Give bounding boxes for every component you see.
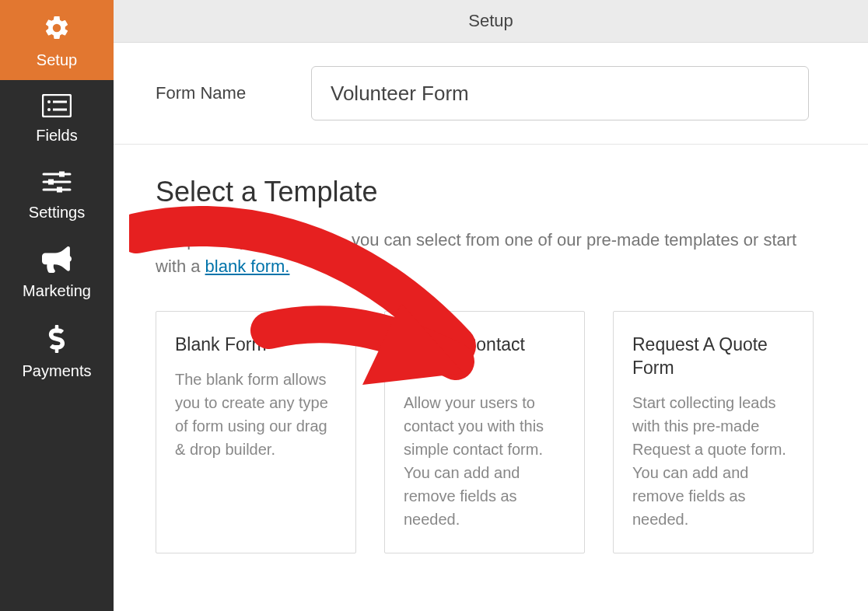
content-area: Select a Template To speed up the proces… — [114, 145, 868, 553]
section-title: Select a Template — [156, 176, 826, 208]
template-title: Request A Quote Form — [632, 333, 794, 380]
main-panel: Setup Form Name Select a Template To spe… — [114, 0, 868, 611]
template-desc: Allow your users to contact you with thi… — [404, 391, 565, 531]
sidebar-item-payments[interactable]: Payments — [0, 311, 114, 391]
templates-grid: Blank Form The blank form allows you to … — [156, 311, 826, 553]
sidebar-item-settings[interactable]: Settings — [0, 155, 114, 232]
sidebar-item-label: Marketing — [23, 282, 91, 300]
form-name-label: Form Name — [156, 83, 311, 103]
sidebar-item-label: Payments — [23, 362, 92, 380]
gear-icon — [43, 14, 71, 45]
sidebar-item-setup[interactable]: Setup — [0, 0, 114, 80]
svg-rect-3 — [53, 101, 67, 103]
sidebar-item-marketing[interactable]: Marketing — [0, 232, 114, 311]
sliders-icon — [42, 169, 72, 197]
dollar-icon — [47, 325, 66, 356]
svg-rect-10 — [57, 187, 62, 193]
template-card-simple-contact[interactable]: Simple Contact Form Allow your users to … — [384, 311, 585, 553]
svg-point-2 — [47, 108, 51, 111]
template-desc: Start collecting leads with this pre-mad… — [632, 391, 794, 531]
form-name-row: Form Name — [114, 43, 868, 145]
template-title: Blank Form — [175, 333, 337, 357]
svg-rect-0 — [43, 95, 71, 117]
svg-rect-8 — [59, 172, 65, 177]
svg-rect-4 — [53, 109, 67, 111]
form-name-input[interactable] — [311, 66, 809, 120]
section-description: To speed up the process, you can select … — [156, 227, 809, 280]
template-card-blank[interactable]: Blank Form The blank form allows you to … — [156, 311, 356, 553]
svg-rect-9 — [48, 180, 54, 185]
sidebar: Setup Fields Settings — [0, 0, 114, 611]
bullhorn-icon — [42, 246, 72, 276]
sidebar-item-label: Fields — [36, 127, 77, 145]
template-title: Simple Contact Form — [404, 333, 565, 380]
sidebar-item-label: Settings — [29, 204, 85, 222]
sidebar-item-fields[interactable]: Fields — [0, 80, 114, 155]
list-icon — [42, 94, 72, 120]
blank-form-link[interactable]: blank form. — [205, 257, 290, 276]
template-desc: The blank form allows you to create any … — [175, 368, 337, 461]
sidebar-item-label: Setup — [37, 51, 77, 69]
page-title: Setup — [114, 0, 868, 43]
template-card-request-quote[interactable]: Request A Quote Form Start collecting le… — [613, 311, 814, 553]
svg-point-1 — [47, 100, 51, 103]
